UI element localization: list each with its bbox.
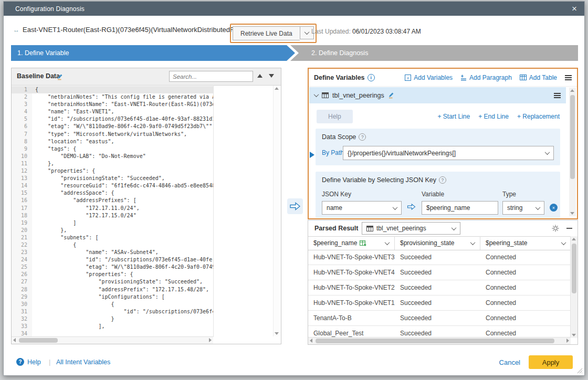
variable-table-row[interactable]: tbl_vnet_peerings — [309, 87, 566, 103]
device-link-icon: ↔ — [13, 26, 19, 34]
add-variables-label: Add Variables — [414, 74, 453, 81]
chevron-down-icon — [385, 240, 390, 245]
scroll-right-icon — [566, 339, 569, 343]
data-scope-title: Data Scope — [322, 133, 356, 141]
table-row: TenantA-To-BSucceededConnected — [308, 311, 571, 326]
scrollbar-thumb[interactable] — [19, 338, 58, 343]
column-header-peering-state[interactable]: $peering_state — [480, 236, 571, 250]
scroll-right-icon — [209, 338, 212, 342]
help-button[interactable]: Help — [317, 110, 353, 123]
parsed-result-table-select[interactable]: tbl_vnet_peerings — [362, 222, 460, 235]
scrollbar-thumb[interactable] — [572, 244, 576, 293]
scroll-left-icon — [13, 338, 16, 342]
dialog-titlebar[interactable]: Configuration Diagnosis × — [4, 2, 584, 16]
data-scope-section: Data Scope ? By Path {}/properties{}/vir… — [316, 129, 560, 165]
configuration-diagnosis-dialog: Configuration Diagnosis × ↔ East-VNET1-R… — [3, 1, 585, 376]
add-paragraph-button[interactable]: Add Paragraph — [460, 74, 512, 81]
scrollbar-thumb[interactable] — [316, 339, 554, 343]
json-key-select[interactable]: name — [322, 201, 402, 215]
parsed-result-horizontal-scrollbar[interactable] — [308, 337, 571, 344]
search-input[interactable] — [170, 73, 258, 80]
add-table-button[interactable]: Add Table — [520, 74, 557, 81]
transfer-arrow-button[interactable] — [287, 198, 303, 214]
add-replacement-link[interactable]: + Replacement — [517, 113, 560, 120]
svg-text:x: x — [407, 76, 410, 80]
baseline-code-editor[interactable]: 1{2 "netbrainNotes": "This config file i… — [12, 85, 281, 344]
editor-vertical-scrollbar[interactable] — [273, 86, 280, 336]
code-line: 1{ — [12, 86, 213, 93]
search-previous-button[interactable] — [257, 74, 262, 78]
define-variables-panel: Define Variables i x Add Variables Add P… — [308, 68, 578, 219]
code-line: 31 "id": "/subscriptions/073e6f45" — [12, 308, 213, 315]
define-variables-actions: x Add Variables Add Paragraph Add Table — [405, 74, 572, 81]
question-icon[interactable]: ? — [359, 133, 366, 141]
parsed-result-header: Parsed Result tbl_vnet_peerings — [308, 220, 578, 237]
cancel-button[interactable]: Cancel — [499, 358, 520, 366]
data-scope-path-select[interactable]: {}/properties{}/virtualNetworkPeerings[] — [343, 146, 554, 160]
code-line: 13 "provisioningState": "Succeeded", — [12, 175, 213, 182]
chevron-down-icon — [536, 205, 541, 210]
baseline-data-title: Baseline Data — [17, 72, 60, 80]
resize-handle[interactable] — [576, 367, 583, 374]
json-key-section-title: Define Variable by Selecting JSON Key — [322, 176, 436, 184]
type-select[interactable]: string — [502, 201, 544, 215]
table-row: Hub-VNET-To-Spoke-VNET3SucceededConnecte… — [308, 250, 571, 265]
table-row: Hub-VNET-To-Spoke-VNET1SucceededConnecte… — [308, 295, 571, 311]
add-end-line-link[interactable]: + End Line — [478, 113, 509, 120]
add-table-label: Add Table — [529, 74, 557, 81]
table-row: Hub-VNET-To-Spoke-VNET2SucceededConnecte… — [308, 280, 571, 295]
retrieve-live-data-button[interactable]: Retrieve Live Data — [233, 26, 300, 40]
parsed-result-rows: Hub-VNET-To-Spoke-VNET3SucceededConnecte… — [308, 250, 571, 341]
scrollbar-thumb[interactable] — [570, 95, 575, 179]
editor-horizontal-scrollbar[interactable] — [12, 336, 213, 344]
gear-icon[interactable] — [552, 225, 559, 232]
parsed-result-vertical-scrollbar[interactable] — [570, 236, 578, 338]
scroll-down-icon — [275, 332, 279, 335]
baseline-data-panel: Baseline Data 1{2 "netbrainNotes": "This… — [11, 68, 281, 344]
collapse-icon[interactable] — [566, 228, 572, 229]
variable-icon: x — [405, 75, 411, 81]
add-start-line-link[interactable]: + Start Line — [438, 113, 470, 120]
question-icon[interactable]: ? — [439, 176, 446, 184]
scroll-down-icon — [572, 334, 576, 336]
column-label: $peering_name — [313, 239, 357, 247]
add-variables-button[interactable]: x Add Variables — [405, 74, 453, 81]
remove-variable-button[interactable]: × — [550, 204, 558, 212]
edit-pencil-icon[interactable] — [57, 73, 64, 80]
search-next-button[interactable] — [269, 74, 274, 78]
column-header-peering-name[interactable]: $peering_name — [308, 236, 395, 250]
paragraph-icon — [460, 75, 467, 81]
line-links: + Start Line + End Line + Replacement — [438, 113, 560, 120]
code-line: 22 { — [12, 241, 213, 249]
tab-define-variable[interactable]: 1. Define Variable — [11, 45, 295, 61]
dialog-footer: ? Help | All Intent Variables Cancel App… — [4, 355, 584, 370]
edit-pencil-icon[interactable] — [388, 92, 395, 99]
code-line: 29 "ipConfigurations": [ — [12, 293, 213, 301]
code-line: 14 "resourceGuid": "6f1fe6dc-c474-4846-a… — [12, 182, 213, 189]
json-key-label: JSON Key — [322, 191, 351, 198]
tab-define-variable-label: 1. Define Variable — [17, 49, 69, 57]
code-line: 19 ] — [12, 219, 213, 227]
define-variables-scrollbar[interactable] — [569, 88, 576, 216]
right-arrow-icon — [289, 202, 301, 211]
scroll-down-icon — [570, 212, 574, 215]
apply-button[interactable]: Apply — [529, 355, 573, 369]
json-key-title-row: Define Variable by Selecting JSON Key ? — [322, 176, 446, 184]
variable-label: Variable — [422, 191, 444, 198]
table-menu-icon[interactable] — [554, 92, 561, 99]
menu-icon[interactable] — [565, 74, 572, 81]
variable-name-input[interactable] — [422, 201, 498, 215]
all-intent-variables-link[interactable]: All Intent Variables — [56, 358, 110, 366]
code-line: 25 "etag": "W/\"8110ad9e-806f-4c20-9af0-… — [12, 263, 213, 271]
close-icon[interactable]: × — [572, 4, 577, 13]
help-icon[interactable]: ? — [16, 358, 24, 366]
code-line: 4 "name": "East-VNET1", — [12, 108, 213, 115]
column-header-provisioning-state[interactable]: $provisioning_state — [395, 236, 480, 250]
print-margin-ruler — [213, 85, 214, 337]
footer-help-link[interactable]: Help — [27, 358, 41, 366]
map-arrow-icon — [407, 203, 416, 210]
code-line: 32 } — [12, 315, 213, 323]
table-row: Hub-VNET-To-Spoke-VNET4SucceededConnecte… — [308, 265, 571, 280]
type-label: Type — [502, 191, 516, 198]
chevron-down-icon[interactable] — [314, 92, 319, 97]
